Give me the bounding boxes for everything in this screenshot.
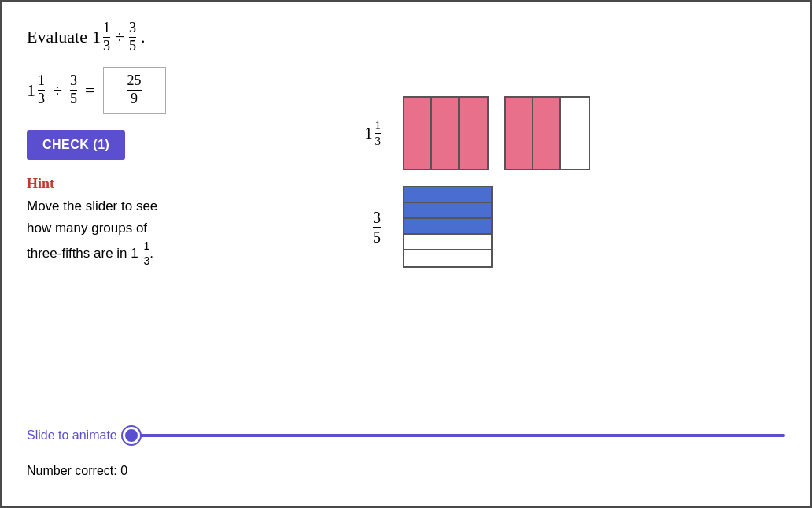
rect-cell-4 — [506, 98, 533, 169]
division-op-2: ÷ — [53, 80, 62, 101]
hint-line1: Move the slider to see — [27, 198, 157, 213]
answer-fraction: 25 9 — [127, 73, 142, 107]
check-button[interactable]: CHECK (1) — [27, 130, 125, 160]
mixed-label-1: 1 1 3 — [365, 119, 382, 147]
rect-cell-2 — [432, 98, 460, 169]
equals-sign: = — [85, 80, 94, 101]
diagram-label-2: 3 5 — [348, 209, 387, 246]
denominator-3: 3 — [103, 38, 110, 54]
rect-cell-1 — [404, 98, 432, 169]
number-correct: Number correct: 0 — [27, 464, 127, 478]
answer-box: 25 9 — [103, 67, 166, 114]
bar-cell-3 — [404, 219, 491, 235]
num-repeat: 1 — [38, 73, 45, 91]
period: . — [141, 27, 146, 47]
mixed-number-repeat: 1 1 3 — [27, 73, 45, 107]
bar-cell-4 — [404, 235, 491, 250]
den2-repeat: 5 — [70, 91, 77, 107]
diagrams-area: 1 1 3 3 5 — [348, 96, 590, 268]
diagram-row-2: 3 5 — [348, 186, 590, 268]
division-operator: ÷ — [115, 27, 124, 47]
fraction-3-5: 3 5 — [129, 20, 136, 54]
rect-cell-6 — [561, 98, 589, 169]
den-repeat: 3 — [38, 91, 45, 107]
label-frac-2: 3 5 — [373, 209, 381, 246]
rect-diagram-2 — [504, 96, 590, 170]
problem-statement: Evaluate 1 1 3 ÷ 3 5 . — [27, 20, 785, 54]
numerator-3: 3 — [129, 20, 136, 38]
diagram-row-1: 1 1 3 — [348, 96, 590, 170]
slider-area: Slide to animate — [27, 428, 785, 443]
whole-part: 1 — [92, 27, 101, 47]
evaluate-word: Evaluate — [27, 27, 87, 47]
slider-label: Slide to animate — [27, 428, 117, 443]
rect-cell-5 — [533, 98, 561, 169]
fraction-3-5-repeat: 3 5 — [70, 73, 77, 107]
denominator-5: 5 — [129, 38, 136, 54]
bar-diagram — [403, 186, 493, 268]
bar-cell-5 — [404, 250, 491, 266]
bar-cell-2 — [404, 203, 491, 219]
mixed-number-1: 1 1 3 — [92, 20, 110, 54]
bar-cell-1 — [404, 187, 491, 203]
answer-denominator: 9 — [131, 91, 138, 107]
whole-repeat: 1 — [27, 80, 35, 101]
slider-container[interactable] — [130, 428, 785, 443]
rect-cell-3 — [460, 98, 487, 169]
fraction-1-3: 1 3 — [103, 20, 110, 54]
hint-line3: three-fifths are in 1 1 3 . — [27, 246, 153, 261]
fraction-1-3-repeat: 1 3 — [38, 73, 45, 107]
hint-line2: how many groups of — [27, 221, 147, 235]
rect-diagram-1 — [403, 96, 489, 170]
diagram-label-1: 1 1 3 — [348, 119, 387, 147]
answer-numerator: 25 — [127, 73, 142, 91]
num2-repeat: 3 — [70, 73, 77, 91]
numerator-1: 1 — [103, 20, 110, 38]
label-frac-1: 1 3 — [375, 119, 382, 147]
